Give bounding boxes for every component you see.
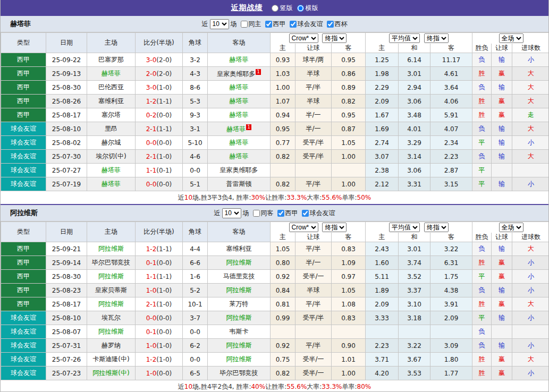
- handicap-result-cell: [492, 164, 512, 177]
- away-team-name[interactable]: 皇家奥维耶多: [220, 166, 258, 174]
- goals-result-cell: [512, 164, 549, 177]
- away-team-name[interactable]: 莱万特: [230, 300, 249, 308]
- away-team-name[interactable]: 赫塔菲: [226, 125, 246, 133]
- home-team-name[interactable]: 巴塞罗那: [98, 56, 124, 63]
- handicap-home-odds-cell: 0.99: [271, 311, 295, 325]
- win-lose-result-cell: 胜: [472, 256, 492, 270]
- home-team-name[interactable]: 阿拉维斯: [98, 272, 124, 280]
- friendly-checkbox[interactable]: [290, 21, 297, 28]
- away-team-name[interactable]: 赫塔菲: [230, 97, 249, 105]
- away-team-name[interactable]: 韦斯卡: [230, 328, 249, 335]
- match-count-select[interactable]: 10: [222, 208, 241, 218]
- away-team-name[interactable]: 赫塔菲: [230, 83, 249, 91]
- handicap-away-odds-cell: 1.00: [332, 150, 366, 164]
- league-filter-laliga[interactable]: 西甲: [275, 209, 298, 218]
- handicap-time-select[interactable]: 终指: [322, 223, 347, 232]
- handicap-source-select[interactable]: Crow*: [289, 223, 318, 232]
- home-team-cell: 埃尔切(中): [87, 150, 136, 164]
- horizontal-layout-radio[interactable]: [297, 5, 304, 12]
- same-venue-filter[interactable]: 同主: [239, 20, 261, 29]
- home-team-name[interactable]: 埃尔切(中): [96, 152, 126, 160]
- vertical-layout-option[interactable]: 竖版: [272, 4, 293, 13]
- euro-source-select[interactable]: 平均值: [389, 33, 420, 43]
- away-team-cell: 赫塔菲1: [208, 122, 271, 136]
- away-red-card-badge: 1: [246, 124, 251, 130]
- away-team-name[interactable]: 赫塔菲: [230, 111, 249, 118]
- horizontal-layout-option[interactable]: 横版: [297, 4, 318, 13]
- home-team-name[interactable]: 赫罗纳: [102, 342, 121, 349]
- euro-home-odds-cell: 2.74: [366, 136, 399, 150]
- league-filter-friendly[interactable]: 球会友谊: [288, 20, 323, 29]
- handicap-source-select[interactable]: Crow*: [289, 33, 318, 43]
- handicap-time-select[interactable]: 终指: [322, 33, 347, 43]
- home-team-name[interactable]: 里昂: [105, 125, 117, 132]
- euro-draw-odds-cell: 3.31: [399, 177, 430, 191]
- away-team-name[interactable]: 阿拉维斯: [226, 286, 252, 294]
- league-filter-copa[interactable]: 西杯: [325, 20, 348, 29]
- col-date: 日期: [46, 222, 87, 242]
- same-venue-filter[interactable]: 同客: [251, 209, 274, 218]
- date-cell: 25-09-21: [46, 242, 87, 256]
- away-team-name[interactable]: 马德里竞技: [223, 272, 255, 280]
- goals-result-cell: 小: [512, 256, 549, 270]
- copa-checkbox[interactable]: [327, 21, 334, 28]
- home-team-name[interactable]: 埃瓦尔: [102, 314, 121, 321]
- goals-result-cell: 大: [512, 150, 549, 164]
- home-team-name[interactable]: 巴伦西亚: [98, 83, 124, 91]
- home-team-name[interactable]: 阿拉维斯: [98, 328, 124, 335]
- scope-select[interactable]: 全场: [499, 223, 523, 232]
- same-venue-checkbox[interactable]: [241, 21, 248, 28]
- home-team-name[interactable]: 塞维利亚: [98, 97, 124, 105]
- away-team-name[interactable]: 皇家奥维耶多: [217, 70, 255, 78]
- away-team-name[interactable]: 毕尔巴鄂竞技: [220, 369, 258, 377]
- competition-type-cell: 球会友谊: [1, 177, 46, 191]
- corner-cell: 0-0: [183, 164, 208, 177]
- away-team-name[interactable]: 阿拉维斯: [226, 342, 252, 349]
- date-cell: 25-08-23: [46, 284, 87, 297]
- home-team-name[interactable]: 阿拉维斯: [98, 300, 124, 308]
- friendly-checkbox[interactable]: [302, 210, 309, 217]
- home-team-name[interactable]: 卡斯迪隆(中): [92, 355, 129, 363]
- full-time-score: 1-0: [146, 370, 157, 377]
- home-team-name[interactable]: 阿拉维斯: [98, 245, 124, 252]
- handicap-home-odds-cell: 0.77: [271, 136, 295, 150]
- date-cell: 25-08-02: [46, 136, 87, 150]
- euro-draw-odds-cell: 3.52: [399, 270, 430, 284]
- near-label: 近: [202, 20, 208, 29]
- away-team-name[interactable]: 赫塔菲: [230, 56, 249, 63]
- away-team-name[interactable]: 赫塔菲: [230, 152, 249, 160]
- league-filter-friendly[interactable]: 球会友谊: [300, 209, 335, 218]
- away-team-name[interactable]: 赫塔菲: [230, 139, 249, 146]
- laliga-checkbox[interactable]: [277, 210, 284, 217]
- league-filter-laliga[interactable]: 西甲: [263, 20, 286, 29]
- score-cell: 1-2(1-1): [136, 242, 183, 256]
- euro-source-select[interactable]: 平均值: [389, 223, 420, 232]
- same-venue-checkbox[interactable]: [253, 210, 260, 217]
- euro-away-odds-cell: 3.22: [430, 242, 472, 256]
- home-team-name[interactable]: 赫塔菲: [102, 166, 121, 174]
- home-team-name[interactable]: 塞尔塔: [102, 111, 121, 118]
- euro-away-odds-cell: 2.09: [430, 311, 472, 325]
- euro-draw-odds-cell: 2.94: [399, 81, 430, 95]
- match-count-select[interactable]: 10: [210, 19, 229, 29]
- away-team-name[interactable]: 阿拉维斯: [226, 259, 252, 266]
- home-team-name[interactable]: 赫塔菲: [102, 180, 121, 188]
- home-team-name[interactable]: 阿拉维斯(中): [92, 369, 129, 377]
- away-team-name[interactable]: 阿拉维斯: [226, 314, 252, 321]
- home-team-name[interactable]: 毕尔巴鄂竞技: [92, 259, 130, 266]
- competition-type-cell: 球会友谊: [1, 150, 46, 164]
- home-team-name[interactable]: 赫塔菲: [102, 70, 121, 77]
- half-time-score: (1-0): [156, 287, 172, 294]
- away-team-name[interactable]: 塞维利亚: [226, 245, 252, 252]
- col-handicap-away: 客: [332, 233, 366, 242]
- laliga-checkbox[interactable]: [265, 21, 272, 28]
- away-team-name[interactable]: 普雷斯顿: [226, 180, 252, 188]
- away-team-name[interactable]: 阿拉维斯: [226, 355, 252, 363]
- euro-time-select[interactable]: 终指: [424, 223, 449, 232]
- scope-select[interactable]: 全场: [499, 33, 523, 43]
- col-type: 类型: [1, 33, 46, 53]
- euro-time-select[interactable]: 终指: [424, 33, 449, 43]
- vertical-layout-radio[interactable]: [272, 5, 278, 12]
- home-team-name[interactable]: 赫尔城: [102, 139, 121, 146]
- home-team-name[interactable]: 皇家贝蒂斯: [95, 286, 127, 294]
